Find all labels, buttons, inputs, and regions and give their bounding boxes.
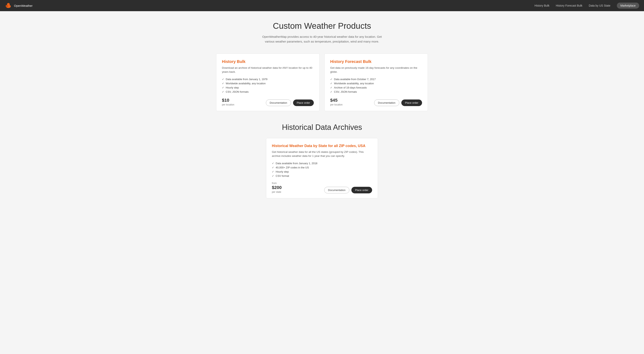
- hero-subtitle: OpenWeatherMap provides access to 40-yea…: [262, 34, 382, 44]
- nav-links: History Bulk History Forecast Bulk Data …: [534, 2, 639, 8]
- card-description-history-forecast-bulk: Get data on previously made 16-day forec…: [330, 66, 422, 74]
- archive-price-block: from $200 per state: [272, 182, 282, 194]
- archives-section-title: Historical Data Archives: [216, 123, 428, 132]
- check-icon: ✓: [222, 86, 224, 89]
- card-actions-history-bulk: Documentation Place order: [266, 100, 314, 106]
- price-label-history-forecast-bulk: per location: [330, 103, 342, 106]
- archive-price-label: per state: [272, 190, 282, 194]
- hero-title: Custom Weather Products: [216, 21, 428, 31]
- check-icon: ✓: [272, 166, 274, 169]
- feature-item: ✓ Data available from October 7, 2017: [330, 78, 422, 81]
- documentation-button-history-forecast-bulk[interactable]: Documentation: [374, 100, 399, 106]
- navbar: OpenWeather History Bulk History Forecas…: [0, 0, 644, 11]
- feature-item: ✓ Archive of 16-days forecasts: [330, 86, 422, 89]
- archive-card-historical-weather-by-state: Historical Weather Data by State for all…: [266, 138, 378, 198]
- card-features-history-forecast-bulk: ✓ Data available from October 7, 2017 ✓ …: [330, 78, 422, 93]
- brand-name: OpenWeather: [14, 4, 32, 8]
- check-icon: ✓: [272, 174, 274, 178]
- check-icon: ✓: [222, 78, 224, 81]
- archive-feature-item: ✓ CSV format: [272, 174, 372, 178]
- archive-feature-item: ✓ Data available from January 1, 2018: [272, 162, 372, 165]
- card-footer-history-bulk: $10 per location Documentation Place ord…: [222, 98, 314, 106]
- card-footer-history-forecast-bulk: $45 per location Documentation Place ord…: [330, 98, 422, 106]
- archives-section: Historical Data Archives Historical Weat…: [216, 123, 428, 198]
- main-content: Custom Weather Products OpenWeatherMap p…: [212, 11, 432, 210]
- card-title-history-bulk: History Bulk: [222, 59, 314, 64]
- archive-features: ✓ Data available from January 1, 2018 ✓ …: [272, 162, 372, 178]
- hero-section: Custom Weather Products OpenWeatherMap p…: [216, 21, 428, 44]
- place-order-button-history-bulk[interactable]: Place order: [293, 100, 314, 106]
- archive-feature-item: ✓ 40,000+ ZIP codes in the US: [272, 166, 372, 169]
- check-icon: ✓: [222, 82, 224, 85]
- place-order-button-archive[interactable]: Place order: [351, 187, 372, 194]
- price-value-history-forecast-bulk: $45: [330, 98, 342, 103]
- archive-price-value: $200: [272, 185, 282, 190]
- card-title-history-forecast-bulk: History Forecast Bulk: [330, 59, 422, 64]
- card-features-history-bulk: ✓ Data available from January 1, 1979 ✓ …: [222, 78, 314, 93]
- card-actions-history-forecast-bulk: Documentation Place order: [374, 100, 422, 106]
- nav-link-history-forecast-bulk[interactable]: History Forecast Bulk: [556, 4, 582, 7]
- feature-item: ✓ CSV, JSON formats: [222, 90, 314, 93]
- check-icon: ✓: [222, 90, 224, 93]
- feature-item: ✓ Worldwide availability, any location: [330, 82, 422, 85]
- card-description-history-bulk: Download an archive of historical weathe…: [222, 66, 314, 74]
- price-value-history-bulk: $10: [222, 98, 234, 103]
- check-icon: ✓: [330, 78, 332, 81]
- nav-link-data-by-us-state[interactable]: Data by US State: [589, 4, 610, 7]
- check-icon: ✓: [330, 82, 332, 85]
- documentation-button-archive[interactable]: Documentation: [324, 187, 349, 194]
- product-card-history-forecast-bulk: History Forecast Bulk Get data on previo…: [324, 54, 428, 111]
- archive-card-description: Get historical weather data for all the …: [272, 150, 372, 158]
- check-icon: ✓: [272, 162, 274, 165]
- archive-footer: from $200 per state Documentation Place …: [272, 182, 372, 194]
- price-from-label: from: [272, 182, 282, 184]
- svg-point-2: [6, 5, 8, 7]
- logo: OpenWeather: [5, 2, 32, 9]
- feature-item: ✓ Data available from January 1, 1979: [222, 78, 314, 81]
- price-label-history-bulk: per location: [222, 103, 234, 106]
- price-block-history-forecast-bulk: $45 per location: [330, 98, 342, 106]
- check-icon: ✓: [330, 86, 332, 89]
- feature-item: ✓ Worldwide availability, any location: [222, 82, 314, 85]
- logo-icon: [5, 2, 12, 9]
- price-block-history-bulk: $10 per location: [222, 98, 234, 106]
- feature-item: ✓ Hourly step: [222, 86, 314, 89]
- feature-item: ✓ CSV, JSON formats: [330, 90, 422, 93]
- archive-feature-item: ✓ Hourly step: [272, 170, 372, 173]
- check-icon: ✓: [330, 90, 332, 93]
- check-icon: ✓: [272, 170, 274, 173]
- documentation-button-history-bulk[interactable]: Documentation: [266, 100, 291, 106]
- marketplace-button[interactable]: Marketplace: [617, 2, 639, 8]
- archive-card-actions: Documentation Place order: [324, 187, 372, 194]
- product-cards-row: History Bulk Download an archive of hist…: [216, 54, 428, 111]
- nav-link-history-bulk[interactable]: History Bulk: [534, 4, 550, 7]
- product-card-history-bulk: History Bulk Download an archive of hist…: [216, 54, 320, 111]
- archive-card-title: Historical Weather Data by State for all…: [272, 144, 372, 148]
- place-order-button-history-forecast-bulk[interactable]: Place order: [401, 100, 422, 106]
